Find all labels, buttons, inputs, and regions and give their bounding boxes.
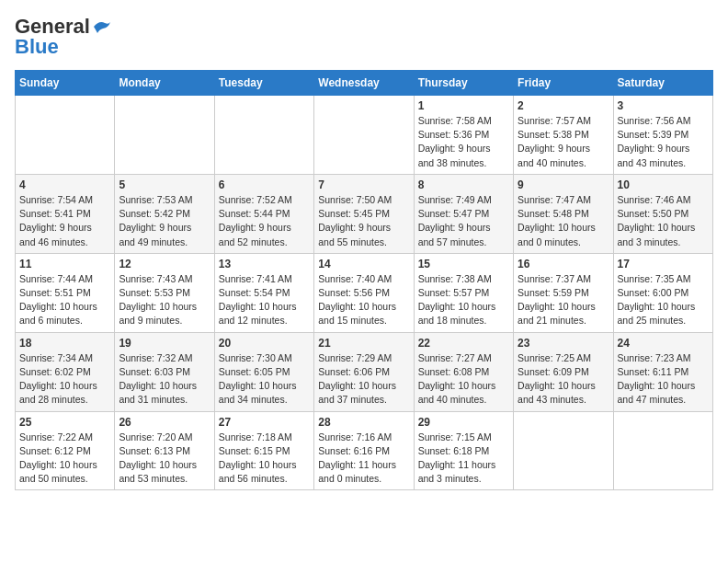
day-info: Sunrise: 7:53 AMSunset: 5:42 PMDaylight:… <box>119 193 210 249</box>
day-info: Sunrise: 7:50 AMSunset: 5:45 PMDaylight:… <box>318 193 409 249</box>
day-cell: 18Sunrise: 7:34 AMSunset: 6:02 PMDayligh… <box>16 332 115 411</box>
day-number: 4 <box>19 178 110 191</box>
day-info: Sunrise: 7:44 AMSunset: 5:51 PMDaylight:… <box>19 272 110 328</box>
day-info: Sunrise: 7:40 AMSunset: 5:56 PMDaylight:… <box>318 272 409 328</box>
day-number: 23 <box>518 337 609 350</box>
calendar-table: SundayMondayTuesdayWednesdayThursdayFrid… <box>15 70 713 490</box>
col-header-tuesday: Tuesday <box>214 71 313 96</box>
day-cell: 26Sunrise: 7:20 AMSunset: 6:13 PMDayligh… <box>115 411 214 490</box>
day-cell: 27Sunrise: 7:18 AMSunset: 6:15 PMDayligh… <box>214 411 313 490</box>
day-cell: 8Sunrise: 7:49 AMSunset: 5:47 PMDaylight… <box>414 174 513 253</box>
day-cell: 25Sunrise: 7:22 AMSunset: 6:12 PMDayligh… <box>16 411 115 490</box>
day-info: Sunrise: 7:58 AMSunset: 5:36 PMDaylight:… <box>418 114 509 170</box>
day-cell: 21Sunrise: 7:29 AMSunset: 6:06 PMDayligh… <box>314 332 414 411</box>
day-info: Sunrise: 7:35 AMSunset: 6:00 PMDaylight:… <box>618 272 709 328</box>
day-cell: 9Sunrise: 7:47 AMSunset: 5:48 PMDaylight… <box>514 174 613 253</box>
day-cell: 12Sunrise: 7:43 AMSunset: 5:53 PMDayligh… <box>115 253 214 332</box>
day-info: Sunrise: 7:56 AMSunset: 5:39 PMDaylight:… <box>618 114 709 170</box>
day-number: 24 <box>618 337 709 350</box>
day-cell: 29Sunrise: 7:15 AMSunset: 6:18 PMDayligh… <box>414 411 513 490</box>
day-cell <box>314 96 414 175</box>
day-info: Sunrise: 7:27 AMSunset: 6:08 PMDaylight:… <box>418 351 509 408</box>
day-cell: 1Sunrise: 7:58 AMSunset: 5:36 PMDaylight… <box>414 96 513 175</box>
day-number: 22 <box>418 337 509 350</box>
day-info: Sunrise: 7:41 AMSunset: 5:54 PMDaylight:… <box>219 272 310 328</box>
day-cell <box>214 96 313 175</box>
day-info: Sunrise: 7:37 AMSunset: 5:59 PMDaylight:… <box>518 272 609 328</box>
col-header-monday: Monday <box>115 71 214 96</box>
day-cell: 22Sunrise: 7:27 AMSunset: 6:08 PMDayligh… <box>414 332 513 411</box>
day-number: 20 <box>219 337 310 350</box>
day-number: 11 <box>19 258 110 270</box>
day-cell: 15Sunrise: 7:38 AMSunset: 5:57 PMDayligh… <box>414 253 513 332</box>
day-cell: 24Sunrise: 7:23 AMSunset: 6:11 PMDayligh… <box>613 332 712 411</box>
day-number: 5 <box>119 178 210 191</box>
week-row-2: 4Sunrise: 7:54 AMSunset: 5:41 PMDaylight… <box>16 174 713 253</box>
day-cell: 5Sunrise: 7:53 AMSunset: 5:42 PMDaylight… <box>115 174 214 253</box>
day-cell <box>16 96 115 175</box>
col-header-friday: Friday <box>514 71 613 96</box>
day-cell: 19Sunrise: 7:32 AMSunset: 6:03 PMDayligh… <box>115 332 214 411</box>
day-number: 1 <box>418 99 509 112</box>
day-info: Sunrise: 7:18 AMSunset: 6:15 PMDaylight:… <box>219 431 310 487</box>
week-row-4: 18Sunrise: 7:34 AMSunset: 6:02 PMDayligh… <box>16 332 713 411</box>
logo: General Blue <box>15 15 112 59</box>
day-info: Sunrise: 7:38 AMSunset: 5:57 PMDaylight:… <box>418 272 509 328</box>
page-header: General Blue <box>15 15 713 59</box>
day-number: 25 <box>19 416 110 429</box>
day-info: Sunrise: 7:16 AMSunset: 6:16 PMDaylight:… <box>318 431 409 487</box>
day-info: Sunrise: 7:23 AMSunset: 6:11 PMDaylight:… <box>618 351 709 408</box>
day-cell: 4Sunrise: 7:54 AMSunset: 5:41 PMDaylight… <box>16 174 115 253</box>
day-cell: 6Sunrise: 7:52 AMSunset: 5:44 PMDaylight… <box>214 174 313 253</box>
day-cell: 20Sunrise: 7:30 AMSunset: 6:05 PMDayligh… <box>214 332 313 411</box>
day-info: Sunrise: 7:46 AMSunset: 5:50 PMDaylight:… <box>618 193 709 249</box>
week-row-3: 11Sunrise: 7:44 AMSunset: 5:51 PMDayligh… <box>16 253 713 332</box>
logo-bird-icon <box>92 18 112 35</box>
day-number: 10 <box>618 178 709 191</box>
day-info: Sunrise: 7:32 AMSunset: 6:03 PMDaylight:… <box>119 351 210 408</box>
day-number: 2 <box>518 99 609 112</box>
col-header-thursday: Thursday <box>414 71 513 96</box>
day-info: Sunrise: 7:47 AMSunset: 5:48 PMDaylight:… <box>518 193 609 249</box>
day-number: 17 <box>618 258 709 270</box>
day-cell: 23Sunrise: 7:25 AMSunset: 6:09 PMDayligh… <box>514 332 613 411</box>
day-info: Sunrise: 7:49 AMSunset: 5:47 PMDaylight:… <box>418 193 509 249</box>
day-cell: 11Sunrise: 7:44 AMSunset: 5:51 PMDayligh… <box>16 253 115 332</box>
day-cell: 7Sunrise: 7:50 AMSunset: 5:45 PMDaylight… <box>314 174 414 253</box>
day-number: 13 <box>219 258 310 270</box>
day-cell <box>613 411 712 490</box>
day-info: Sunrise: 7:25 AMSunset: 6:09 PMDaylight:… <box>518 351 609 408</box>
day-number: 15 <box>418 258 509 270</box>
week-row-5: 25Sunrise: 7:22 AMSunset: 6:12 PMDayligh… <box>16 411 713 490</box>
day-number: 29 <box>418 416 509 429</box>
day-info: Sunrise: 7:15 AMSunset: 6:18 PMDaylight:… <box>418 431 509 487</box>
col-header-wednesday: Wednesday <box>314 71 414 96</box>
logo-text-blue: Blue <box>15 35 59 59</box>
week-row-1: 1Sunrise: 7:58 AMSunset: 5:36 PMDaylight… <box>16 96 713 175</box>
day-info: Sunrise: 7:34 AMSunset: 6:02 PMDaylight:… <box>19 351 110 408</box>
day-number: 9 <box>518 178 609 191</box>
day-info: Sunrise: 7:20 AMSunset: 6:13 PMDaylight:… <box>119 431 210 487</box>
day-number: 19 <box>119 337 210 350</box>
day-cell: 2Sunrise: 7:57 AMSunset: 5:38 PMDaylight… <box>514 96 613 175</box>
col-header-sunday: Sunday <box>16 71 115 96</box>
day-number: 27 <box>219 416 310 429</box>
day-number: 3 <box>618 99 709 112</box>
day-number: 7 <box>318 178 409 191</box>
day-cell: 10Sunrise: 7:46 AMSunset: 5:50 PMDayligh… <box>613 174 712 253</box>
day-cell: 17Sunrise: 7:35 AMSunset: 6:00 PMDayligh… <box>613 253 712 332</box>
day-number: 21 <box>318 337 409 350</box>
day-info: Sunrise: 7:52 AMSunset: 5:44 PMDaylight:… <box>219 193 310 249</box>
day-number: 14 <box>318 258 409 270</box>
day-cell <box>514 411 613 490</box>
day-number: 12 <box>119 258 210 270</box>
day-cell: 16Sunrise: 7:37 AMSunset: 5:59 PMDayligh… <box>514 253 613 332</box>
day-info: Sunrise: 7:22 AMSunset: 6:12 PMDaylight:… <box>19 431 110 487</box>
day-number: 18 <box>19 337 110 350</box>
day-number: 8 <box>418 178 509 191</box>
day-cell: 14Sunrise: 7:40 AMSunset: 5:56 PMDayligh… <box>314 253 414 332</box>
day-cell: 13Sunrise: 7:41 AMSunset: 5:54 PMDayligh… <box>214 253 313 332</box>
day-number: 6 <box>219 178 310 191</box>
day-info: Sunrise: 7:57 AMSunset: 5:38 PMDaylight:… <box>518 114 609 170</box>
day-number: 16 <box>518 258 609 270</box>
